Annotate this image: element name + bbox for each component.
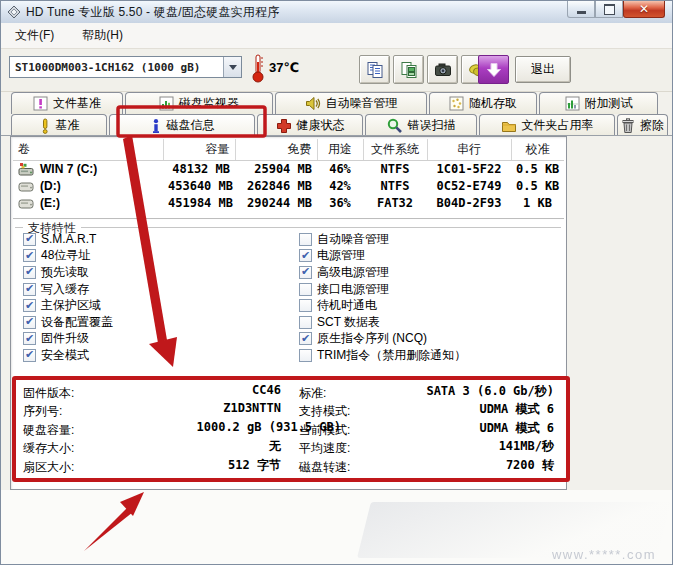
checkbox-apm[interactable]: ✔ [299, 266, 312, 279]
feature-label: 48位寻址 [41, 247, 90, 264]
close-button[interactable]: ✕ [623, 1, 665, 18]
col-cluster[interactable]: 校准 [511, 139, 564, 160]
feature-label: 原生指令序列 (NCQ) [317, 330, 427, 347]
feature-row: ✔SCT 数据表 [299, 314, 466, 331]
tab-disk-info[interactable]: 磁盘信息 [109, 114, 255, 136]
menubar: 文件(F) 帮助(H) [1, 23, 672, 49]
watermark-text: www.*****.com [552, 547, 656, 562]
checkbox-firmware[interactable]: ✔ [23, 332, 36, 345]
app-icon [7, 5, 21, 19]
maximize-button[interactable] [595, 1, 623, 18]
info-row: 扇区大小:512 字节 [23, 457, 281, 475]
col-capacity[interactable]: 容量 [163, 139, 235, 160]
info-row: 平均速度:141MB/秒 [299, 438, 554, 456]
col-serial[interactable]: 串行 [427, 139, 511, 160]
tab-label: 健康状态 [297, 117, 345, 134]
thermometer-icon [251, 53, 265, 83]
check-icon: ✔ [301, 266, 310, 277]
tab-benchmark[interactable]: 基准 [11, 114, 107, 136]
supported-mode-value: UDMA 模式 6 [479, 401, 554, 418]
usage-value: 46% [317, 160, 363, 178]
tab-erase[interactable]: 擦除 [617, 114, 668, 136]
info-row: 支持模式:UDMA 模式 6 [299, 401, 554, 419]
drive-info-right: 标准:SATA 3 (6.0 Gb/秒) 支持模式:UDMA 模式 6 当前模式… [299, 383, 554, 475]
tab-label: 擦除 [640, 117, 664, 134]
check-icon: ✔ [301, 250, 310, 261]
checkbox-standby[interactable]: ✔ [299, 299, 312, 312]
col-usage[interactable]: 用途 [317, 139, 363, 160]
table-row[interactable]: (D:) 453640 MB 262846 MB 42% NTFS 0C52-E… [13, 178, 564, 195]
tab-random-access[interactable]: 随机存取 [429, 92, 537, 114]
exit-button[interactable]: 退出 [515, 56, 571, 83]
col-volume[interactable]: 卷 [13, 139, 163, 160]
drive-select[interactable]: ST1000DM003-1CH162 (1000 gB) [9, 56, 242, 78]
info-label: 序列号: [23, 404, 62, 418]
feature-label: 主保护区域 [41, 297, 101, 314]
checkbox-ipm[interactable]: ✔ [299, 283, 312, 296]
copy-image-button[interactable] [393, 55, 424, 84]
copy-text-button[interactable] [359, 55, 390, 84]
checkbox-dco[interactable]: ✔ [23, 316, 36, 329]
tab-disk-monitor[interactable]: 磁盘监视器 [125, 92, 273, 114]
tab-file-benchmark[interactable]: 文件基准 [11, 92, 123, 114]
checkbox-pm[interactable]: ✔ [299, 249, 312, 262]
checkbox-writecache[interactable]: ✔ [23, 283, 36, 296]
tab-auto-acoustic[interactable]: 自动噪音管理 [275, 92, 427, 114]
checkbox-sct[interactable]: ✔ [299, 316, 312, 329]
filesystem-value: NTFS [363, 160, 427, 178]
tab-label: 文件夹占用率 [522, 117, 594, 134]
feature-row: ✔原生指令序列 (NCQ) [299, 331, 466, 348]
volume-name: (D:) [40, 179, 61, 193]
info-label: 硬盘容量: [23, 423, 74, 437]
screenshot-button[interactable] [427, 55, 458, 84]
update-button[interactable] [478, 55, 509, 84]
checkbox-trim[interactable]: ✔ [299, 349, 312, 362]
titlebar: HD Tune 专业版 5.50 - 硬盘/固态硬盘实用程序 ✕ [1, 1, 672, 24]
feature-row: ✔高级电源管理 [299, 264, 466, 281]
feature-row: ✔预先读取 [23, 264, 113, 281]
checkbox-security[interactable]: ✔ [23, 349, 36, 362]
feature-label: 固件升级 [41, 330, 89, 347]
bottom-area: www.*****.com [1, 490, 672, 564]
checkbox-readahead[interactable]: ✔ [23, 266, 36, 279]
checkbox-smart[interactable]: ✔ [23, 233, 36, 246]
extra-tests-icon [565, 96, 580, 111]
checkbox-hpa[interactable]: ✔ [23, 299, 36, 312]
magnifier-icon [387, 118, 403, 134]
table-row[interactable]: (E:) 451984 MB 290244 MB 36% FAT32 B04D-… [13, 195, 564, 212]
minimize-button[interactable] [567, 1, 595, 18]
feature-row: ✔设备配置覆盖 [23, 314, 113, 331]
info-row: 当前模式:UDMA 模式 6 [299, 420, 554, 438]
camera-icon [434, 62, 452, 78]
checkbox-ncq[interactable]: ✔ [299, 332, 312, 345]
table-row[interactable]: WIN 7 (C:) 48132 MB 25904 MB 46% NTFS 1C… [13, 160, 564, 178]
checkbox-48bit[interactable]: ✔ [23, 249, 36, 262]
drive-select-dropdown-button[interactable] [223, 57, 241, 77]
checkbox-aam[interactable]: ✔ [299, 233, 312, 246]
info-row: 序列号:Z1D3NTTN [23, 401, 281, 419]
tab-error-scan[interactable]: 错误扫描 [365, 114, 477, 136]
info-row: 磁盘转速:7200 转 [299, 457, 554, 475]
feature-label: TRIM指令（禁用删除通知） [317, 347, 466, 364]
col-free[interactable]: 免费 [235, 139, 317, 160]
hdtune-window: HD Tune 专业版 5.50 - 硬盘/固态硬盘实用程序 ✕ 文件(F) 帮… [0, 0, 673, 565]
features-group-line [15, 227, 561, 228]
tab-health[interactable]: 健康状态 [257, 114, 363, 136]
col-filesystem[interactable]: 文件系统 [363, 139, 427, 160]
tab-extra-tests[interactable]: 附加测试 [539, 92, 658, 114]
feature-label: 预先读取 [41, 264, 89, 281]
temperature-value: 37℃ [269, 60, 299, 75]
menu-file[interactable]: 文件(F) [11, 25, 58, 46]
info-label: 当前模式: [299, 423, 350, 437]
feature-row: ✔主保护区域 [23, 297, 113, 314]
menu-help[interactable]: 帮助(H) [78, 25, 127, 46]
info-label: 扇区大小: [23, 460, 74, 474]
health-cross-icon [276, 118, 292, 134]
exit-label: 退出 [531, 61, 555, 78]
volume-name: WIN 7 (C:) [40, 162, 97, 176]
file-benchmark-icon [33, 96, 48, 111]
feature-label: S.M.A.R.T [41, 232, 96, 246]
standard-value: SATA 3 (6.0 Gb/秒) [426, 383, 554, 400]
tab-folder-usage[interactable]: 文件夹占用率 [479, 114, 615, 136]
info-row: 标准:SATA 3 (6.0 Gb/秒) [299, 383, 554, 401]
